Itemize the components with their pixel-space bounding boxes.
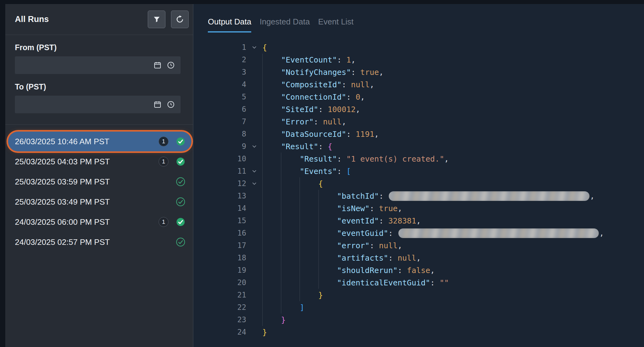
run-list-item[interactable]: 25/03/2025 03:49 PM PST (8, 192, 191, 212)
run-count-badge: 1 (159, 137, 169, 146)
indent-guide (281, 190, 300, 202)
json-token: , (374, 130, 379, 139)
tab-ingested-data[interactable]: Ingested Data (260, 17, 310, 33)
run-count-badge: 1 (159, 217, 169, 227)
code-text: "Error": null, (262, 115, 346, 128)
code-line-17: 17"error": null, (193, 239, 644, 252)
code-line-4: 4"CompositeId": null, (193, 78, 644, 91)
filter-funnel-icon (153, 15, 161, 24)
json-token: 0 (356, 93, 360, 102)
line-number: 3 (193, 68, 246, 76)
code-text: "shouldRerun": false, (262, 264, 435, 276)
indent-guide (262, 153, 281, 165)
to-date-value[interactable] (20, 100, 148, 109)
json-token: : (351, 68, 360, 77)
success-check-icon (176, 217, 185, 227)
indent-guide (300, 289, 318, 301)
json-token: } (318, 291, 323, 300)
code-text: "ConnectionId": 0, (262, 91, 365, 103)
line-number: 11 (193, 167, 246, 176)
run-list-item[interactable]: 25/03/2025 04:03 PM PST 1 (8, 152, 191, 171)
run-list-item[interactable]: 24/03/2025 02:57 PM PST (8, 232, 191, 252)
json-token: , (379, 68, 383, 77)
code-text: "Events": [ (262, 165, 351, 177)
indent-guide (262, 202, 281, 215)
indent-guide (300, 190, 318, 202)
code-line-16: 16"eventGuid": , (193, 227, 644, 239)
app-window: All Runs From (PST) (5, 4, 644, 347)
json-token: , (398, 204, 402, 213)
json-token: : (430, 278, 440, 287)
clock-icon[interactable] (167, 100, 175, 109)
collapse-chevron-icon[interactable] (246, 143, 262, 150)
json-token: "isNew" (337, 204, 370, 213)
indent-guide (262, 264, 281, 276)
line-number: 22 (193, 303, 246, 312)
clock-icon[interactable] (167, 61, 175, 69)
run-timestamp: 26/03/2025 10:46 AM PST (15, 137, 159, 146)
redacted-value (398, 228, 599, 238)
indent-guide (318, 215, 337, 227)
main-panel: Output DataIngested DataEvent List 1{2"E… (193, 4, 644, 347)
indent-guide (262, 103, 281, 115)
success-check-icon (176, 197, 185, 206)
from-date-value[interactable] (20, 61, 148, 70)
json-token: "error" (337, 241, 370, 250)
success-check-icon (176, 237, 185, 247)
code-text: { (262, 43, 267, 52)
line-number: 1 (193, 43, 246, 52)
date-filter-panel: From (PST) To (PST) (5, 35, 193, 125)
code-text: "EventCount": 1, (262, 54, 356, 66)
json-token: "CompositeId" (281, 80, 342, 89)
json-token: true (360, 68, 379, 77)
line-number: 10 (193, 154, 246, 163)
json-token: "DataSourceId" (281, 130, 346, 139)
run-list: 26/03/2025 10:46 AM PST 1 25/03/2025 04:… (5, 125, 193, 252)
json-token: "shouldRerun" (337, 266, 398, 275)
run-timestamp: 24/03/2025 06:00 PM PST (15, 217, 159, 227)
line-number: 14 (193, 204, 246, 213)
run-list-item[interactable]: 24/03/2025 06:00 PM PST 1 (8, 212, 191, 232)
json-token: ] (300, 303, 304, 312)
json-token: : (388, 254, 397, 262)
json-token: , (599, 229, 604, 238)
calendar-icon[interactable] (153, 100, 162, 109)
from-label: From (PST) (15, 43, 181, 52)
indent-guide (300, 264, 318, 276)
indent-guide (300, 227, 318, 239)
json-token: , (416, 216, 421, 225)
filter-button[interactable] (148, 11, 165, 28)
code-line-20: 20"identicalEventGuid": "" (193, 276, 644, 289)
refresh-button[interactable] (171, 11, 189, 28)
refresh-icon (176, 15, 184, 24)
run-list-item[interactable]: 25/03/2025 03:59 PM PST (8, 172, 191, 192)
success-check-icon (176, 157, 185, 166)
runs-sidebar: All Runs From (PST) (5, 4, 193, 347)
indent-guide (281, 153, 300, 165)
success-check-icon (176, 137, 185, 146)
tab-output-data[interactable]: Output Data (208, 17, 251, 33)
collapse-chevron-icon[interactable] (246, 44, 262, 51)
from-date-input[interactable] (15, 56, 181, 74)
collapse-chevron-icon[interactable] (246, 180, 262, 187)
indent-guide (318, 202, 337, 215)
indent-guide (262, 78, 281, 91)
code-text: } (262, 289, 323, 301)
indent-guide (262, 190, 281, 202)
json-token: : (346, 130, 356, 139)
tab-bar: Output DataIngested DataEvent List (193, 4, 644, 33)
success-check-icon (176, 177, 185, 186)
collapse-chevron-icon[interactable] (246, 168, 262, 175)
tab-event-list[interactable]: Event List (318, 17, 353, 33)
json-token: : (379, 192, 388, 201)
indent-guide (318, 252, 337, 264)
indent-guide (300, 276, 318, 289)
json-token: : (337, 55, 346, 64)
json-token: , (416, 254, 421, 262)
code-text: "identicalEventGuid": "" (262, 276, 449, 289)
to-date-input[interactable] (15, 96, 181, 113)
code-text: "eventId": 328381, (262, 215, 421, 227)
json-token: "eventId" (337, 216, 379, 225)
calendar-icon[interactable] (153, 61, 162, 69)
run-list-item-selected[interactable]: 26/03/2025 10:46 AM PST 1 (8, 132, 191, 151)
